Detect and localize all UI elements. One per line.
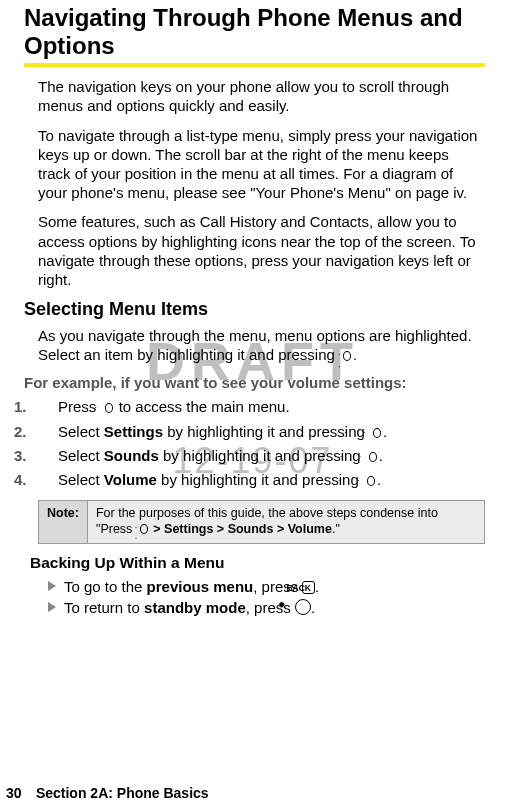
note-label: Note:	[39, 501, 88, 542]
power-button-icon	[295, 599, 311, 615]
intro-para-1: The navigation keys on your phone allow …	[38, 77, 485, 115]
selecting-para: As you navigate through the menu, menu o…	[38, 326, 485, 364]
step-number: 3.	[38, 446, 58, 466]
intro-para-2: To navigate through a list-type menu, si…	[38, 126, 485, 203]
step-1: 1.Press to access the main menu.	[38, 397, 485, 417]
selecting-para-a: As you navigate through the menu, menu o…	[38, 327, 472, 363]
back-button-icon: BACK	[302, 581, 315, 595]
nav-key-icon	[363, 474, 377, 486]
steps-list: 1.Press to access the main menu. 2.Selec…	[38, 397, 485, 490]
nav-key-icon	[365, 450, 379, 462]
step-4: 4.Select Volume by highlighting it and p…	[38, 470, 485, 490]
page-footer: 30 Section 2A: Phone Basics	[0, 785, 209, 801]
example-lead: For example, if you want to see your vol…	[24, 374, 485, 391]
step-number: 1.	[38, 397, 58, 417]
step-2: 2.Select Settings by highlighting it and…	[38, 422, 485, 442]
step-number: 2.	[38, 422, 58, 442]
note-box: Note: For the purposes of this guide, th…	[38, 500, 485, 543]
nav-key-icon	[339, 349, 353, 361]
intro-para-3: Some features, such as Call History and …	[38, 212, 485, 289]
nav-key-icon	[136, 522, 150, 534]
footer-label: Section 2A: Phone Basics	[36, 785, 209, 801]
bullet-standby: To return to standby mode, press .	[48, 599, 485, 616]
page-number: 30	[6, 785, 32, 801]
step-3: 3.Select Sounds by highlighting it and p…	[38, 446, 485, 466]
section-selecting-heading: Selecting Menu Items	[24, 299, 485, 320]
nav-key-icon	[369, 426, 383, 438]
page-title: Navigating Through Phone Menus and Optio…	[24, 4, 485, 59]
note-content: For the purposes of this guide, the abov…	[88, 501, 484, 542]
step-number: 4.	[38, 470, 58, 490]
nav-key-icon	[101, 401, 115, 413]
section-backing-heading: Backing Up Within a Menu	[30, 554, 485, 572]
bullet-prev-menu: To go to the previous menu, press BACK.	[48, 578, 485, 595]
selecting-para-b: .	[353, 346, 357, 363]
bullet-list: To go to the previous menu, press BACK. …	[48, 578, 485, 616]
triangle-bullet-icon	[48, 581, 56, 591]
triangle-bullet-icon	[48, 602, 56, 612]
divider	[24, 63, 485, 67]
